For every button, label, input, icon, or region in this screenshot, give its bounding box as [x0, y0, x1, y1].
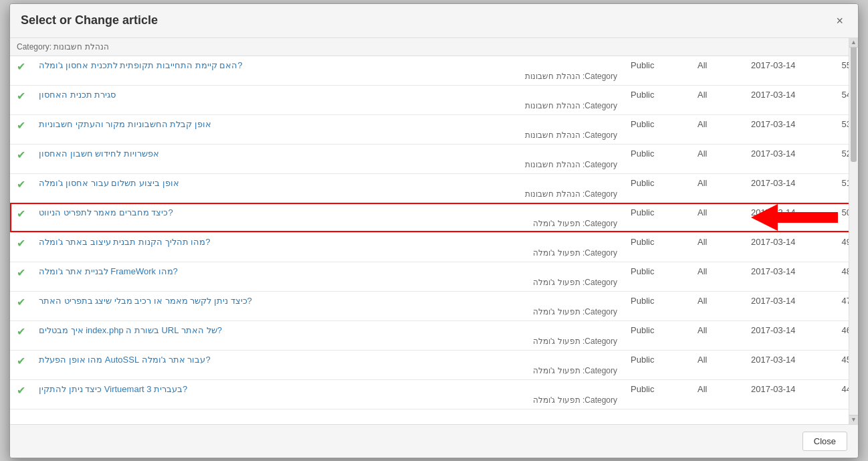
table-row: ✔אפשרויות לחידוש חשבון האחסוןCategory: ה… — [10, 144, 858, 173]
modal-body: Category: הנהלת חשבונות✔?האם קיימת התחיי… — [10, 38, 858, 424]
table-row: ✔?של האתר URL בשורת ה index.php איך מבטל… — [10, 320, 858, 350]
article-category: Category: תפעול ג'ומלה — [39, 395, 617, 405]
status-cell: Public — [624, 291, 691, 320]
access-cell: All — [691, 262, 744, 291]
article-category: Category: תפעול ג'ומלה — [39, 278, 617, 287]
status-cell: Public — [624, 262, 691, 291]
article-category: Category: תפעול ג'ומלה — [39, 248, 617, 258]
article-link[interactable]: ?האם קיימת התחייבות תקופתית לתכנית אחסון… — [39, 60, 242, 70]
date-cell: 2017-03-14 — [744, 173, 825, 203]
check-icon: ✔ — [17, 90, 25, 102]
article-title-cell: ?של האתר URL בשורת ה index.php איך מבטלי… — [32, 320, 624, 350]
article-link[interactable]: ?של האתר URL בשורת ה index.php איך מבטלי… — [39, 325, 222, 335]
table-row: ✔?כיצד מחברים מאמר לתפריט הניווטCategory… — [10, 203, 858, 232]
check-icon: ✔ — [17, 179, 25, 190]
article-category: Category: תפעול ג'ומלה — [39, 337, 617, 346]
article-title-cell: סגירת תכנית האחסוןCategory: הנהלת חשבונו… — [32, 85, 624, 114]
article-link[interactable]: סגירת תכנית האחסון — [39, 90, 116, 100]
status-cell: Public — [624, 56, 691, 85]
status-cell: Public — [624, 379, 691, 409]
article-link[interactable]: אופן קבלת החשבוניות מקור והעתקי חשבוניות — [39, 119, 211, 129]
check-cell: ✔ — [10, 144, 32, 173]
article-category: Category: הנהלת חשבונות — [39, 160, 617, 169]
table-row: ✔?בעברית 3 Virtuemart כיצד ניתן להתקיןCa… — [10, 379, 858, 409]
close-button[interactable]: Close — [802, 432, 847, 451]
article-title-cell: ?מהו תהליך הקנות תבנית עיצוב באתר ג'ומלה… — [32, 232, 624, 262]
check-icon: ✔ — [17, 385, 25, 396]
date-cell: 2017-03-14 — [744, 114, 825, 144]
access-cell: All — [691, 173, 744, 203]
article-link[interactable]: ?כיצד מחברים מאמר לתפריט הניווט — [39, 207, 173, 217]
date-cell: 2017-03-14 — [744, 379, 825, 409]
table-row: ✔?כיצד ניתן לקשר מאמר או רכיב מבלי שיצג … — [10, 291, 858, 320]
article-title-cell: אפשרויות לחידוש חשבון האחסוןCategory: הנ… — [32, 144, 624, 173]
check-cell: ✔ — [10, 379, 32, 409]
table-row: ✔?מהו תהליך הקנות תבנית עיצוב באתר ג'ומל… — [10, 232, 858, 262]
table-row: ✔סגירת תכנית האחסוןCategory: הנהלת חשבונ… — [10, 85, 858, 114]
article-link[interactable]: ?מהו תהליך הקנות תבנית עיצוב באתר ג'ומלה — [39, 237, 210, 247]
article-link[interactable]: אופן ביצוע תשלום עבור אחסון ג'ומלה — [39, 178, 179, 188]
table-row: ✔אופן קבלת החשבוניות מקור והעתקי חשבוניו… — [10, 114, 858, 144]
article-link[interactable]: ?עבור אתר ג'ומלה AutoSSL מהו אופן הפעלת — [39, 355, 211, 365]
access-cell: All — [691, 144, 744, 173]
article-title-cell: ?כיצד ניתן לקשר מאמר או רכיב מבלי שיצג ב… — [32, 291, 624, 320]
article-category: Category: הנהלת חשבונות — [39, 72, 617, 81]
access-cell: All — [691, 85, 744, 114]
table-row: ✔?עבור אתר ג'ומלה AutoSSL מהו אופן הפעלת… — [10, 350, 858, 379]
article-link[interactable]: ?כיצד ניתן לקשר מאמר או רכיב מבלי שיצג ב… — [39, 296, 252, 306]
table-row: ✔?האם קיימת התחייבות תקופתית לתכנית אחסו… — [10, 56, 858, 85]
check-icon: ✔ — [17, 61, 25, 72]
status-cell: Public — [624, 114, 691, 144]
check-icon: ✔ — [17, 326, 25, 337]
access-cell: All — [691, 291, 744, 320]
date-cell: 2017-03-14 — [744, 56, 825, 85]
modal-close-x-button[interactable]: × — [832, 13, 847, 28]
check-cell: ✔ — [10, 291, 32, 320]
date-cell: 2017-03-14 — [744, 350, 825, 379]
article-title-cell: ?האם קיימת התחייבות תקופתית לתכנית אחסון… — [32, 56, 624, 85]
check-cell: ✔ — [10, 56, 32, 85]
article-title-cell: ?עבור אתר ג'ומלה AutoSSL מהו אופן הפעלתC… — [32, 350, 624, 379]
scrollbar[interactable]: ▲ ▼ — [849, 38, 858, 424]
date-cell: 2017-03-14 — [744, 320, 825, 350]
article-link[interactable]: ?מהו FrameWork לבניית אתר ג'ומלה — [39, 266, 178, 276]
article-category: Category: הנהלת חשבונות — [39, 130, 617, 140]
article-category: Category: הנהלת חשבונות — [39, 101, 617, 110]
check-cell: ✔ — [10, 350, 32, 379]
date-cell: 2017-03-14 — [744, 232, 825, 262]
article-category: Category: תפעול ג'ומלה — [39, 307, 617, 316]
check-icon: ✔ — [17, 120, 25, 131]
date-cell: 2017-03-14 — [744, 144, 825, 173]
access-cell: All — [691, 203, 744, 232]
check-cell: ✔ — [10, 203, 32, 232]
status-cell: Public — [624, 350, 691, 379]
status-cell: Public — [624, 144, 691, 173]
article-category: Category: תפעול ג'ומלה — [39, 366, 617, 375]
article-title-cell: ?כיצד מחברים מאמר לתפריט הניווטCategory:… — [32, 203, 624, 232]
date-cell: 2017-03-14 — [744, 203, 825, 232]
check-icon: ✔ — [17, 238, 25, 249]
article-title-cell: ?מהו FrameWork לבניית אתר ג'ומלהCategory… — [32, 262, 624, 291]
modal-dialog: Select or Change article × Category: הנה… — [9, 3, 859, 458]
article-title-cell: אופן קבלת החשבוניות מקור והעתקי חשבוניות… — [32, 114, 624, 144]
date-cell: 2017-03-14 — [744, 262, 825, 291]
modal-footer: Close — [10, 424, 858, 458]
check-icon: ✔ — [17, 208, 25, 219]
article-category: Category: תפעול ג'ומלה — [39, 219, 617, 228]
access-cell: All — [691, 232, 744, 262]
check-cell: ✔ — [10, 173, 32, 203]
access-cell: All — [691, 320, 744, 350]
check-icon: ✔ — [17, 296, 25, 308]
check-cell: ✔ — [10, 232, 32, 262]
check-icon: ✔ — [17, 149, 25, 161]
date-cell: 2017-03-14 — [744, 85, 825, 114]
access-cell: All — [691, 114, 744, 144]
status-cell: Public — [624, 203, 691, 232]
access-cell: All — [691, 379, 744, 409]
article-link[interactable]: אפשרויות לחידוש חשבון האחסון — [39, 149, 159, 159]
modal-title: Select or Change article — [21, 13, 158, 27]
status-cell: Public — [624, 320, 691, 350]
status-cell: Public — [624, 173, 691, 203]
access-cell: All — [691, 56, 744, 85]
article-link[interactable]: ?בעברית 3 Virtuemart כיצד ניתן להתקין — [39, 384, 187, 394]
